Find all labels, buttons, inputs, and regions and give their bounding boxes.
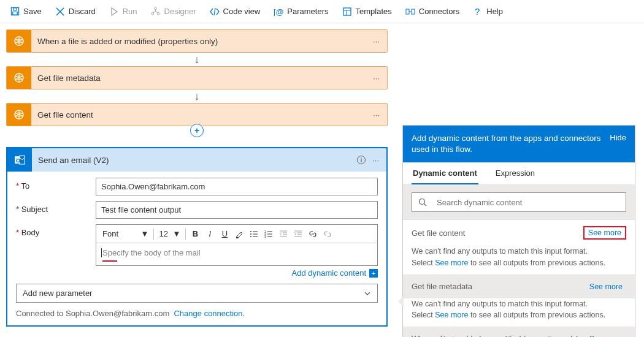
section-title: Get file content bbox=[412, 229, 465, 238]
connection-info: Connected to Sophia.Owen@fabrikam.com Ch… bbox=[16, 309, 378, 318]
highlight-button[interactable] bbox=[232, 227, 246, 241]
section-title: When a file is added or modified (proper… bbox=[412, 335, 578, 337]
see-more-link[interactable]: See more bbox=[583, 226, 626, 240]
add-step-button[interactable]: + bbox=[190, 124, 204, 137]
action-card-metadata[interactable]: Get file metadata ··· bbox=[6, 66, 388, 89]
body-textarea[interactable]: Specify the body of the mail bbox=[96, 243, 377, 265]
parameters-label: Parameters bbox=[287, 7, 328, 16]
connectors-button[interactable]: Connectors bbox=[399, 4, 466, 20]
tab-expression[interactable]: Expression bbox=[494, 162, 536, 184]
change-connection-link[interactable]: Change connection. bbox=[174, 309, 245, 318]
designer-canvas: When a file is added or modified (proper… bbox=[0, 23, 644, 333]
info-icon[interactable] bbox=[356, 155, 366, 165]
add-parameter-dropdown[interactable]: Add new parameter bbox=[16, 284, 378, 303]
italic-button[interactable]: I bbox=[203, 227, 217, 241]
bold-button[interactable]: B bbox=[188, 227, 202, 241]
subject-field[interactable] bbox=[96, 201, 378, 219]
to-label: * To bbox=[16, 178, 96, 191]
chevron-down-icon: ▼ bbox=[141, 229, 149, 238]
action-card-content[interactable]: Get file content ··· bbox=[6, 103, 388, 126]
body-editor: Font ▼ 12 ▼ B I U 123 bbox=[96, 224, 378, 266]
discard-button[interactable]: Discard bbox=[49, 4, 102, 20]
see-more-inline-link[interactable]: See more bbox=[435, 311, 468, 319]
font-size-picker[interactable]: 12 ▼ bbox=[156, 229, 183, 238]
svg-rect-2 bbox=[13, 8, 17, 10]
see-more-link[interactable]: See more bbox=[586, 281, 626, 292]
search-box bbox=[412, 192, 626, 212]
save-icon bbox=[10, 7, 20, 17]
font-picker[interactable]: Font ▼ bbox=[100, 229, 151, 238]
svg-point-28 bbox=[250, 233, 251, 235]
unlink-button[interactable] bbox=[321, 227, 334, 241]
svg-point-5 bbox=[157, 12, 159, 15]
link-button[interactable] bbox=[306, 227, 320, 241]
trigger-card[interactable]: When a file is added or modified (proper… bbox=[6, 29, 388, 53]
see-more-inline-link[interactable]: See more bbox=[435, 259, 468, 267]
outlook-icon: O bbox=[7, 148, 32, 172]
number-list-button[interactable]: 123 bbox=[262, 227, 275, 241]
action-title: Get file metadata bbox=[31, 74, 366, 83]
editor-toolbar: Font ▼ 12 ▼ B I U 123 bbox=[96, 225, 377, 243]
parameters-button[interactable]: [@] Parameters bbox=[267, 4, 334, 20]
save-label: Save bbox=[23, 7, 42, 16]
outdent-button[interactable] bbox=[277, 227, 290, 241]
play-icon bbox=[109, 7, 119, 17]
svg-point-27 bbox=[250, 231, 251, 232]
discard-label: Discard bbox=[69, 7, 96, 16]
arrow-down-icon: ↓ bbox=[6, 89, 388, 103]
designer-button[interactable]: Designer bbox=[145, 4, 202, 20]
bullet-list-button[interactable] bbox=[247, 227, 261, 241]
add-dynamic-content-link[interactable]: Add dynamic content + bbox=[96, 268, 378, 278]
spellcheck-underline bbox=[102, 260, 117, 262]
svg-point-24 bbox=[361, 157, 362, 159]
designer-icon bbox=[151, 7, 161, 17]
card-header[interactable]: O Send an email (V2) ··· bbox=[7, 148, 386, 172]
callout-pointer-icon bbox=[398, 296, 404, 307]
action-title: Get file content bbox=[31, 110, 366, 119]
svg-point-47 bbox=[419, 199, 424, 204]
sharepoint-icon bbox=[7, 67, 31, 89]
hide-panel-button[interactable]: Hide bbox=[610, 133, 626, 142]
run-button[interactable]: Run bbox=[103, 4, 144, 20]
body-label: * Body bbox=[16, 224, 96, 237]
svg-text:O: O bbox=[16, 157, 20, 164]
svg-rect-7 bbox=[343, 8, 351, 15]
code-icon bbox=[210, 7, 220, 17]
help-button[interactable]: ? Help bbox=[467, 4, 509, 20]
save-button[interactable]: Save bbox=[4, 4, 48, 20]
svg-line-48 bbox=[424, 203, 426, 206]
templates-button[interactable]: Templates bbox=[336, 4, 398, 20]
command-bar: Save Discard Run Designer Code view [@] … bbox=[0, 0, 644, 23]
svg-rect-11 bbox=[412, 9, 415, 14]
tab-dynamic-content[interactable]: Dynamic content bbox=[412, 162, 478, 184]
code-view-label: Code view bbox=[223, 7, 261, 16]
sharepoint-icon bbox=[7, 30, 31, 52]
card-menu[interactable]: ··· bbox=[372, 156, 379, 165]
insert-step-area: ↓ + bbox=[6, 126, 388, 140]
card-menu[interactable]: ··· bbox=[366, 110, 387, 119]
card-menu[interactable]: ··· bbox=[366, 74, 387, 83]
svg-text:[@]: [@] bbox=[274, 7, 283, 16]
templates-icon bbox=[342, 7, 352, 17]
panel-header: Add dynamic content from the apps and co… bbox=[412, 133, 604, 155]
search-input[interactable] bbox=[433, 198, 626, 207]
close-icon bbox=[55, 7, 65, 17]
body-placeholder: Specify the body of the mail bbox=[102, 248, 201, 257]
run-label: Run bbox=[123, 7, 137, 16]
templates-label: Templates bbox=[356, 7, 392, 16]
card-menu[interactable]: ··· bbox=[366, 37, 387, 46]
connectors-icon bbox=[405, 7, 415, 17]
code-view-button[interactable]: Code view bbox=[204, 4, 267, 20]
send-email-card: O Send an email (V2) ··· * To * Subject … bbox=[6, 147, 388, 327]
underline-button[interactable]: U bbox=[218, 227, 231, 241]
panel-tabs: Dynamic content Expression bbox=[403, 162, 635, 185]
see-more-link[interactable]: See more bbox=[586, 333, 626, 337]
trigger-title: When a file is added or modified (proper… bbox=[31, 37, 366, 46]
connectors-label: Connectors bbox=[419, 7, 459, 16]
to-field[interactable] bbox=[96, 178, 378, 195]
svg-point-29 bbox=[250, 236, 251, 237]
sharepoint-icon bbox=[7, 104, 31, 126]
help-label: Help bbox=[486, 7, 503, 16]
section-message: We can't find any outputs to match this … bbox=[403, 246, 635, 274]
indent-button[interactable] bbox=[291, 227, 305, 241]
